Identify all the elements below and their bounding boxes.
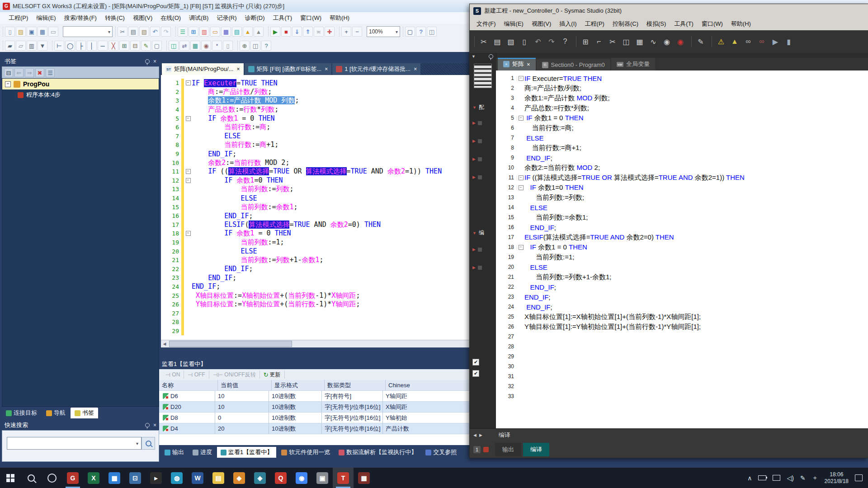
fold-column[interactable]: − [184,80,192,85]
bottom-dock-tab-3[interactable]: 软元件使用一览 [278,447,334,458]
next-bookmark-icon[interactable]: ⇒ [25,68,34,77]
gx-new-icon[interactable]: ▯ [5,27,15,37]
gx-monitor-stop-icon[interactable]: ■ [281,27,291,37]
sysmac-menu-3[interactable]: 插入(I) [555,18,580,30]
explorer-thumbnail[interactable] [474,64,492,88]
gx-coil-icon[interactable]: ◯ [65,41,75,51]
sysmac-editor-tab-0[interactable]: ≡矩阵× [498,58,536,70]
gx-zoom-combo[interactable]: 100%▾ [367,26,400,37]
left-dock-tab-1[interactable]: 导航 [42,408,70,418]
sysmac-cut-icon[interactable]: ✂ [478,36,489,47]
tray-chevron-icon[interactable]: ∧ [747,474,752,482]
strip-section-config[interactable]: ▼ 配 [472,103,484,111]
left-dock-tab-2[interactable]: 书签 [71,408,98,418]
gx-menu-3[interactable]: 转换(C) [101,12,129,24]
bottom-dock-tab-1[interactable]: 进度 [189,447,216,458]
expander-icon[interactable]: − [5,81,11,87]
fold-column[interactable]: − [517,175,524,180]
sysmac-menu-7[interactable]: 工具(T) [670,18,698,30]
gx-guide-icon[interactable]: ? [261,41,271,51]
gx-label-icon[interactable]: ▤ [232,27,242,37]
close-icon[interactable]: × [153,422,156,428]
sysmac-menu-0[interactable]: 文件(F) [472,18,500,30]
sysmac-bottom-tab-0[interactable]: 输出 [495,443,521,456]
gx-fb-icon[interactable]: ⊞ [189,27,198,37]
gx-cross-reference-icon[interactable]: ⇄ [179,41,189,51]
sysmac-st-editor[interactable]: 1−IF Executer=TRUE THEN2商:=产品计数/列数;3余数1:… [496,70,868,429]
sysmac-menu-9[interactable]: 帮助(H) [727,18,755,30]
scroll-left-icon[interactable]: ◀ [161,341,168,347]
taskbar-app-photos[interactable]: ▩ [104,468,125,488]
pin-icon[interactable] [489,54,493,59]
sysmac-delete-icon[interactable]: ▯ [519,36,530,47]
gx-menu-11[interactable]: 帮助(H) [326,12,354,24]
quick-search-input[interactable]: ▾ [7,437,142,450]
gx-menu-6[interactable]: 调试(B) [185,12,212,24]
sysmac-menu-8[interactable]: 窗口(W) [698,18,727,30]
taskbar-app-remote-desktop[interactable]: ⊡ [125,468,146,488]
gx-paste-icon[interactable]: ▧ [139,27,149,37]
sysmac-editor-tab-2[interactable]: var全局变量 [611,58,655,70]
sysmac-stop-icon[interactable]: ◉ [675,36,686,47]
prev-bookmark-icon[interactable]: ⇐ [14,68,24,77]
close-icon[interactable]: × [153,59,156,64]
gx-edit-icon[interactable]: ✎ [141,41,151,51]
taskbar-app-app-darkred[interactable]: ▦ [354,468,374,488]
speaker-icon[interactable]: ◁) [787,474,793,482]
taskbar-app-chrome[interactable]: ◉ [291,468,312,488]
chevron-down-icon[interactable]: ▾ [136,441,138,446]
sysmac-monitor-icon[interactable]: ▦ [634,36,645,47]
watch-tool-3[interactable]: ↻更新 [260,371,285,379]
gx-batch-monitor-icon[interactable]: ▦ [190,41,200,51]
gx-comment-icon[interactable]: ▭ [210,27,220,37]
gx-zoom-in-icon[interactable]: + [341,27,351,37]
sysmac-titlebar[interactable]: S 新建工程 - new_Controller_0 - Sysmac Studi… [470,4,868,18]
taskbar-app-qq[interactable]: Q [270,468,291,488]
gx-menu-8[interactable]: 诊断(D) [241,12,269,24]
sysmac-menu-2[interactable]: 视图(V) [528,18,555,30]
fold-collapse-icon[interactable]: − [186,116,191,121]
fold-column[interactable]: − [517,76,524,81]
touch-crosshair-icon[interactable]: ＋ [812,474,818,482]
bottom-dock-tab-2[interactable]: 监看1【监看中】 [217,447,276,458]
column-header-1[interactable]: 当前值 [218,380,272,391]
gx-menu-5[interactable]: 在线(O) [156,12,185,24]
chevron-down-icon[interactable]: ▾ [108,29,110,34]
strip-node[interactable]: ▶ [472,139,482,143]
fold-column[interactable]: − [517,116,524,121]
gx-editor-tab-1[interactable]: 矩阵 [FB] [函数/FB标签...× [245,63,332,75]
chevron-down-icon[interactable]: ▼ [472,54,476,59]
pin-icon[interactable] [145,423,150,427]
gx-select-icon[interactable]: ▢ [152,41,162,51]
gx-diagnostics-icon[interactable]: ✚ [325,27,335,37]
gx-verify-icon[interactable]: ≍ [314,27,324,37]
gx-watch-window-icon[interactable]: ◉ [201,41,211,51]
gx-docking-icon[interactable]: ◫ [427,27,437,37]
column-header-2[interactable]: 显示格式 [272,380,325,391]
gx-window-split-icon[interactable]: ◫ [250,41,260,51]
fold-column[interactable]: − [517,185,524,190]
gx-unit-icon[interactable]: ▥ [27,41,37,51]
network-display-icon[interactable] [773,475,780,481]
gx-delete-row-icon[interactable]: ⊟ [130,41,140,51]
watch-tool-1[interactable]: ⊣OFF [184,371,209,379]
close-icon[interactable]: × [236,66,240,72]
gx-insert-row-icon[interactable]: ⊞ [119,41,129,51]
sysmac-window-icon[interactable]: ⊞ [580,36,591,47]
pin-icon[interactable] [145,59,150,64]
taskbar-app-browser[interactable]: ◍ [166,468,187,488]
taskbar-app-tim[interactable]: T [333,468,354,488]
sysmac-go-online-icon[interactable]: ▶ [770,36,781,47]
watch-tool-2[interactable]: ⊣⊢ON/OFF反转 [209,371,260,379]
scroll-right-icon[interactable]: ▶ [479,433,482,437]
gx-undo-icon[interactable]: ↶ [150,27,160,37]
sysmac-bottom-tab-1[interactable]: 编译 [523,443,549,456]
close-icon[interactable]: × [527,61,530,68]
sort-bookmark-icon[interactable]: ☰ [46,68,55,77]
sysmac-menu-1[interactable]: 编辑(E) [500,18,528,30]
sysmac-menu-5[interactable]: 控制器(C) [609,18,642,30]
fold-collapse-icon[interactable]: − [519,175,524,180]
scrollbar-thumb[interactable] [169,341,292,347]
fold-collapse-icon[interactable]: − [519,185,524,190]
gx-read-plc-icon[interactable]: ⇑ [303,27,313,37]
